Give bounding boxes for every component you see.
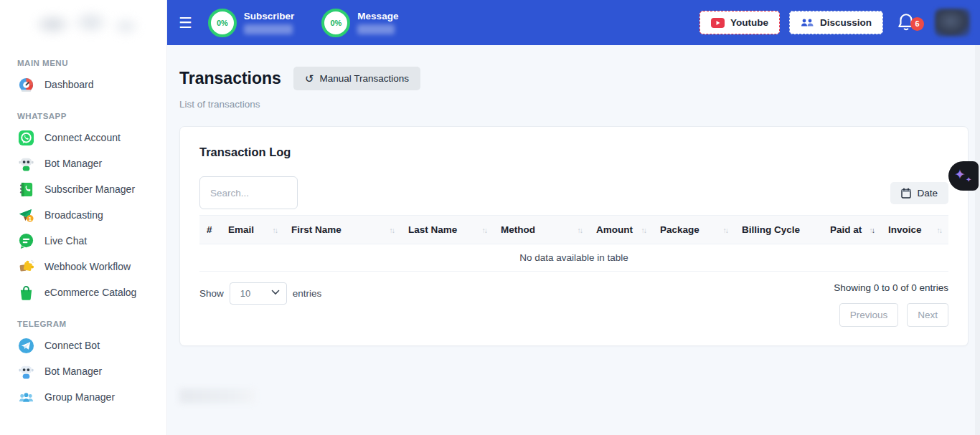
app-window: MAIN MENU Dashboard WHATSAPP Connect Acc… bbox=[0, 0, 980, 435]
sidebar-item-connect-bot[interactable]: Connect Bot bbox=[0, 333, 166, 358]
sidebar-item-bot-manager-telegram[interactable]: Bot Manager bbox=[0, 358, 166, 384]
shopping-bag-icon bbox=[17, 284, 34, 301]
sidebar-item-label: Webhook Workflow bbox=[44, 261, 131, 272]
page-title: Transactions bbox=[179, 69, 281, 88]
entries-summary: Showing 0 to 0 of 0 entries bbox=[834, 282, 948, 293]
sidebar-item-label: Bot Manager bbox=[44, 158, 102, 169]
message-progress-ring: 0% bbox=[321, 9, 350, 37]
ai-assistant-button[interactable]: ✦ ✦ bbox=[948, 161, 979, 191]
sidebar-section-telegram: TELEGRAM bbox=[17, 320, 166, 328]
group-icon bbox=[17, 388, 34, 406]
message-value-redacted bbox=[357, 24, 395, 34]
sort-icon: ↑↓ bbox=[723, 226, 728, 234]
contacts-book-icon bbox=[17, 181, 34, 198]
sort-icon: ↑↓ bbox=[937, 226, 942, 234]
transactions-table: # Email↑↓ First Name↑↓ Last Name↑↓ Metho… bbox=[199, 215, 948, 272]
sparkle-icon: ✦ bbox=[954, 166, 966, 183]
sidebar-item-label: Connect Bot bbox=[44, 340, 100, 351]
sidebar-item-label: Broadcasting bbox=[44, 209, 103, 221]
sidebar-item-dashboard[interactable]: Dashboard bbox=[0, 72, 166, 97]
user-avatar[interactable] bbox=[935, 9, 970, 37]
col-email[interactable]: Email↑↓ bbox=[221, 216, 284, 244]
sidebar-item-label: Bot Manager bbox=[44, 365, 102, 377]
app-logo[interactable] bbox=[7, 4, 159, 44]
svg-text:1: 1 bbox=[28, 215, 32, 221]
notifications-button[interactable]: 6 bbox=[897, 12, 918, 34]
main-content: Transactions ↺ Manual Transactions List … bbox=[167, 45, 980, 435]
hamburger-menu-icon[interactable]: ☰ bbox=[179, 15, 192, 30]
col-billing-cycle[interactable]: Billing Cycle bbox=[735, 216, 823, 244]
subscriber-percent: 0% bbox=[217, 19, 228, 27]
sidebar-item-group-manager[interactable]: Group Manager bbox=[0, 384, 166, 410]
sort-icon: ↑↓ bbox=[641, 226, 646, 234]
sidebar: MAIN MENU Dashboard WHATSAPP Connect Acc… bbox=[0, 0, 167, 435]
notification-count-badge: 6 bbox=[910, 17, 924, 31]
sidebar-item-broadcasting[interactable]: 1 Broadcasting bbox=[0, 202, 166, 228]
message-stat: 0% Message bbox=[321, 9, 398, 37]
page-size-select[interactable]: 10 bbox=[230, 282, 287, 305]
footer-text-redacted bbox=[179, 388, 255, 403]
sidebar-item-label: Subscriber Manager bbox=[44, 183, 135, 195]
col-first-name[interactable]: First Name↑↓ bbox=[284, 216, 401, 244]
youtube-icon bbox=[711, 18, 725, 28]
col-paid-at[interactable]: Paid at↑↓ bbox=[823, 216, 881, 244]
col-amount[interactable]: Amount↑↓ bbox=[589, 216, 653, 244]
col-index: # bbox=[199, 216, 221, 244]
history-icon: ↺ bbox=[305, 73, 314, 84]
sidebar-item-webhook-workflow[interactable]: Webhook Workflow bbox=[0, 254, 166, 279]
sidebar-item-label: Dashboard bbox=[44, 79, 94, 90]
sidebar-section-main-menu: MAIN MENU bbox=[17, 59, 166, 67]
topbar: ☰ 0% Subscriber 0% Message bbox=[167, 0, 980, 45]
sidebar-item-live-chat[interactable]: Live Chat bbox=[0, 228, 166, 254]
col-package[interactable]: Package↑↓ bbox=[653, 216, 735, 244]
subscriber-stat: 0% Subscriber bbox=[208, 9, 295, 37]
calendar-icon bbox=[901, 188, 911, 199]
sort-icon: ↑↓ bbox=[390, 226, 395, 234]
page-subtitle: List of transactions bbox=[179, 99, 969, 110]
sort-icon: ↑↓ bbox=[273, 226, 278, 234]
manual-transactions-button[interactable]: ↺ Manual Transactions bbox=[293, 67, 420, 90]
message-label: Message bbox=[357, 11, 398, 21]
dashboard-gauge-icon bbox=[17, 76, 34, 93]
empty-message: No data available in table bbox=[199, 244, 948, 272]
sidebar-item-label: Live Chat bbox=[44, 235, 87, 247]
subscriber-progress-ring: 0% bbox=[208, 9, 237, 37]
subscriber-label: Subscriber bbox=[244, 11, 295, 21]
megaphone-icon: 1 bbox=[17, 206, 34, 224]
next-button[interactable]: Next bbox=[907, 303, 948, 327]
sidebar-item-label: Connect Account bbox=[44, 132, 121, 143]
sidebar-item-label: Group Manager bbox=[44, 391, 115, 403]
message-percent: 0% bbox=[330, 19, 341, 27]
transaction-log-card: Transaction Log Date # bbox=[179, 126, 969, 346]
subscriber-value-redacted bbox=[244, 24, 293, 34]
robot-green-icon bbox=[17, 155, 34, 172]
sidebar-item-label: eCommerce Catalog bbox=[44, 287, 136, 298]
sidebar-item-bot-manager-whatsapp[interactable]: Bot Manager bbox=[0, 150, 166, 176]
chat-bubble-icon bbox=[17, 232, 34, 249]
table-header-row: # Email↑↓ First Name↑↓ Last Name↑↓ Metho… bbox=[199, 216, 948, 244]
col-invoice[interactable]: Invoice↑↓ bbox=[881, 216, 948, 244]
col-last-name[interactable]: Last Name↑↓ bbox=[401, 216, 494, 244]
sparkle-icon: ✦ bbox=[966, 176, 971, 183]
col-method[interactable]: Method↑↓ bbox=[494, 216, 589, 244]
sidebar-item-ecommerce-catalog[interactable]: eCommerce Catalog bbox=[0, 279, 166, 305]
entries-label: entries bbox=[293, 288, 322, 299]
empty-row: No data available in table bbox=[199, 244, 948, 272]
search-input[interactable] bbox=[199, 176, 298, 209]
sidebar-item-subscriber-manager[interactable]: Subscriber Manager bbox=[0, 176, 166, 202]
chevron-down-icon bbox=[271, 290, 280, 295]
discussion-people-icon bbox=[801, 17, 814, 28]
sidebar-section-whatsapp: WHATSAPP bbox=[17, 112, 166, 120]
youtube-button[interactable]: Youtube bbox=[699, 11, 780, 34]
puzzle-icon bbox=[17, 258, 34, 275]
discussion-button[interactable]: Discussion bbox=[789, 11, 883, 34]
robot-blue-icon bbox=[17, 363, 34, 380]
scrollbar[interactable] bbox=[975, 45, 980, 435]
previous-button[interactable]: Previous bbox=[839, 303, 899, 327]
sidebar-item-connect-account[interactable]: Connect Account bbox=[0, 125, 166, 150]
show-label: Show bbox=[199, 288, 224, 299]
sort-icon: ↑↓ bbox=[578, 226, 583, 234]
whatsapp-icon bbox=[17, 129, 34, 146]
sort-icon: ↑↓ bbox=[482, 226, 487, 234]
date-filter-button[interactable]: Date bbox=[890, 182, 948, 204]
